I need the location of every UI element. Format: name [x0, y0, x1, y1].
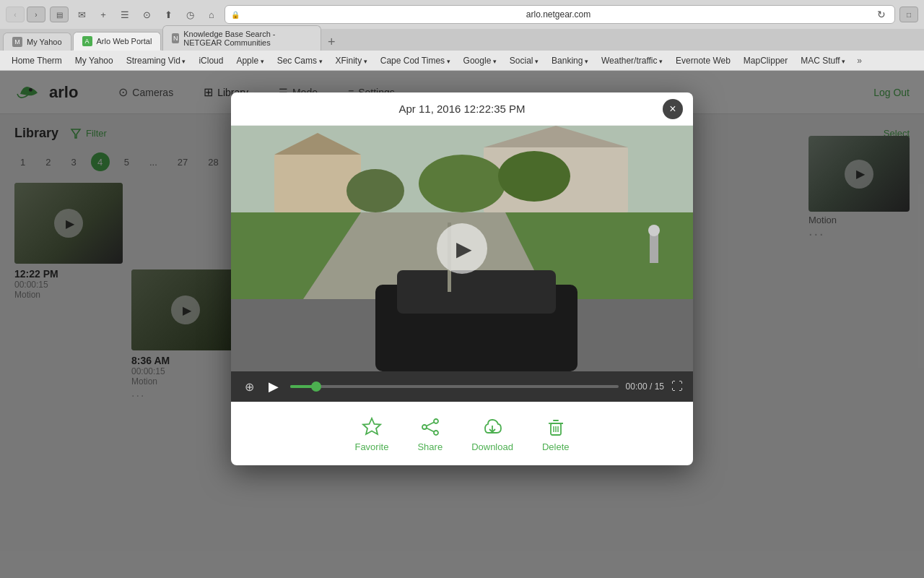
action-buttons: Favorite Share — [231, 402, 693, 465]
progress-handle[interactable] — [311, 381, 321, 392]
bookmark-evernote[interactable]: Evernote Web — [670, 54, 736, 67]
refresh-button[interactable]: ↻ — [874, 7, 889, 22]
share-label: Share — [417, 441, 443, 452]
reader-icon[interactable]: ☰ — [116, 7, 134, 22]
modal-title: Apr 11, 2016 12:22:35 PM — [398, 103, 525, 115]
svg-line-23 — [427, 423, 434, 426]
tab-arlo-label: Arlo Web Portal — [97, 37, 152, 46]
tab-arlo[interactable]: A Arlo Web Portal — [73, 32, 162, 51]
download-button[interactable]: Download — [471, 415, 513, 452]
lock-icon: 🔒 — [231, 11, 240, 19]
back-button[interactable]: ‹ — [6, 7, 25, 22]
tab-netgear-label: Knowledge Base Search - NETGEAR Communit… — [183, 30, 312, 47]
delete-button[interactable]: Delete — [542, 415, 570, 452]
bookmark-mapclipper[interactable]: MapClipper — [738, 54, 793, 67]
address-bar[interactable]: arlo.netgear.com — [243, 9, 874, 20]
svg-rect-14 — [397, 270, 556, 314]
address-bar-container[interactable]: 🔒 arlo.netgear.com ↻ — [225, 5, 895, 24]
bookmark-google[interactable]: Google — [458, 54, 502, 67]
delete-label: Delete — [542, 441, 570, 452]
tab-netgear[interactable]: N Knowledge Base Search - NETGEAR Commun… — [162, 25, 321, 51]
tab-my-yahoo-label: My Yahoo — [27, 38, 62, 46]
bookmark-banking[interactable]: Banking — [546, 54, 594, 67]
svg-point-8 — [498, 151, 570, 202]
svg-rect-3 — [274, 155, 361, 212]
bookmark-cape-cod[interactable]: Cape Cod Times — [375, 54, 456, 67]
svg-rect-16 — [444, 218, 455, 223]
progress-container[interactable] — [290, 385, 619, 388]
trash-icon — [546, 417, 566, 437]
new-tab-button[interactable]: + — [323, 33, 340, 51]
download-icon-svg — [482, 417, 502, 437]
bookmark-home-therm[interactable]: Home Therm — [6, 54, 68, 67]
svg-point-9 — [346, 169, 404, 212]
app-container: arlo ⊙ Cameras ⊞ Library ☰ Mode ≡ Settin… — [0, 71, 924, 578]
bookmark-xfinity[interactable]: XFinity — [330, 54, 373, 67]
fullscreen-button[interactable]: ⛶ — [671, 380, 683, 393]
modal-header: Apr 11, 2016 12:22:35 PM × — [231, 92, 693, 126]
svg-point-20 — [434, 419, 438, 423]
share-icon[interactable]: ⬆ — [160, 7, 177, 22]
bookmark-my-yahoo[interactable]: My Yahoo — [69, 54, 119, 67]
bookmark-sec-cams[interactable]: Sec Cams — [271, 54, 328, 67]
zoom-in-button[interactable]: ⊕ — [241, 379, 257, 394]
tabs-bar: M My Yahoo A Arlo Web Portal N Knowledge… — [0, 29, 924, 51]
history-icon[interactable]: ⊙ — [138, 7, 155, 22]
bookmark-apple[interactable]: Apple — [230, 54, 269, 67]
bookmark-streaming[interactable]: Streaming Vid — [121, 54, 192, 67]
clock-icon[interactable]: ◷ — [181, 7, 199, 22]
download-label: Download — [471, 441, 513, 452]
bookmarks-overflow[interactable]: » — [853, 54, 866, 67]
svg-point-18 — [648, 225, 660, 236]
bookmark-icloud[interactable]: iCloud — [193, 54, 229, 67]
svg-point-21 — [422, 425, 427, 429]
svg-point-22 — [434, 431, 438, 435]
tab-overview-button[interactable]: ▤ — [50, 7, 69, 22]
browser-toolbar: ‹ › ▤ ✉ + ☰ ⊙ ⬆ ◷ ⌂ 🔒 arlo.netgear.com ↻… — [0, 0, 924, 29]
download-icon — [481, 415, 504, 439]
share-icon — [419, 415, 442, 439]
svg-point-7 — [419, 155, 505, 212]
arlo-favicon: A — [82, 36, 92, 46]
nav-buttons: ‹ › — [6, 7, 45, 22]
video-area — [231, 126, 693, 371]
time-display: 00:00 / 15 — [626, 381, 664, 392]
star-icon — [362, 417, 382, 437]
modal-close-button[interactable]: × — [663, 99, 683, 119]
tab-my-yahoo[interactable]: M My Yahoo — [3, 33, 71, 51]
favorite-label: Favorite — [354, 441, 388, 452]
window-expand-button[interactable]: □ — [899, 7, 918, 22]
forward-button[interactable]: › — [27, 7, 45, 22]
svg-line-24 — [427, 428, 434, 432]
progress-bar[interactable] — [290, 385, 619, 388]
share-button[interactable]: Share — [417, 415, 443, 452]
delete-icon — [544, 415, 567, 439]
bookmark-mac-stuff[interactable]: MAC Stuff — [795, 54, 851, 67]
bookmark-weather[interactable]: Weather/traffic — [596, 54, 668, 67]
play-control-button[interactable]: ▶ — [264, 377, 283, 396]
my-yahoo-favicon: M — [12, 37, 22, 47]
video-play-center-button[interactable] — [437, 223, 487, 274]
favorite-icon — [360, 415, 383, 439]
svg-rect-17 — [650, 234, 658, 263]
bookmarks-bar: Home Therm My Yahoo Streaming Vid iCloud… — [0, 51, 924, 71]
share-icon-svg — [420, 417, 440, 437]
modal-overlay[interactable]: Apr 11, 2016 12:22:35 PM × — [0, 71, 924, 578]
video-modal: Apr 11, 2016 12:22:35 PM × — [231, 92, 693, 465]
svg-marker-19 — [363, 418, 380, 434]
bookmark-social[interactable]: Social — [504, 54, 544, 67]
netgear-favicon: N — [172, 33, 179, 43]
favorite-button[interactable]: Favorite — [354, 415, 388, 452]
home-icon[interactable]: ⌂ — [203, 7, 220, 22]
mail-icon[interactable]: ✉ — [73, 7, 90, 22]
video-controls: ⊕ ▶ 00:00 / 15 ⛶ — [231, 371, 693, 402]
bookmark-add-icon[interactable]: + — [95, 7, 112, 22]
